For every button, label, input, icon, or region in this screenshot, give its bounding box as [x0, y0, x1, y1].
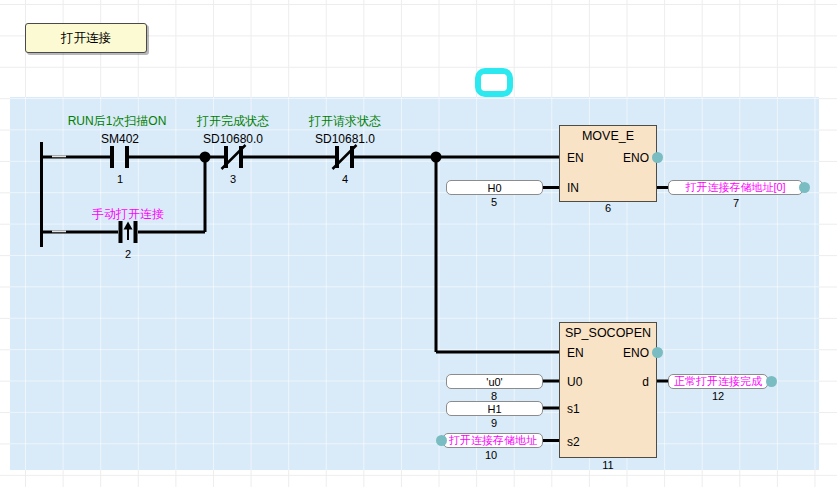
pin-s1: s1 — [567, 402, 580, 416]
pin-en: EN — [567, 346, 584, 360]
contact-comment: RUN后1次扫描ON — [68, 114, 167, 128]
pin-u0: U0 — [567, 375, 582, 389]
step-number: 10 — [485, 449, 497, 461]
operand-u0[interactable]: 'u0' — [446, 374, 543, 389]
pin-d: d — [642, 375, 649, 389]
step-number: 12 — [712, 390, 724, 402]
contact-device: SD10680.0 — [203, 132, 263, 146]
step-number: 1 — [117, 173, 123, 185]
function-block-sp-socopen[interactable]: SP_SOCOPEN EN ENO U0 d s1 s2 — [559, 322, 657, 458]
ladder-editor-canvas: 打开连接 — [0, 0, 837, 487]
step-number: 2 — [125, 248, 131, 260]
contact-sd10680-nc[interactable] — [222, 145, 246, 169]
contact-comment: 手动打开连接 — [92, 207, 164, 221]
block-title: MOVE_E — [560, 129, 656, 143]
operand-h0[interactable]: H0 — [446, 180, 543, 195]
step-number: 5 — [491, 196, 497, 208]
step-number: 7 — [733, 197, 739, 209]
operand-open-conn-store-addr[interactable]: 打开连接存储地址 — [443, 433, 543, 448]
edit-cursor[interactable] — [475, 68, 513, 97]
port-dot-eno-move-e[interactable] — [652, 152, 663, 163]
operand-h1[interactable]: H1 — [446, 401, 543, 416]
step-number: 6 — [605, 202, 611, 214]
step-number: 4 — [342, 173, 348, 185]
rung-title-box[interactable]: 打开连接 — [25, 23, 147, 53]
contact-comment: 打开完成状态 — [197, 114, 269, 128]
operand-open-conn-complete[interactable]: 正常打开连接完成 — [668, 374, 768, 389]
function-block-move-e[interactable]: MOVE_E EN ENO IN — [559, 125, 657, 202]
port-dot-output-store-addr[interactable] — [799, 182, 810, 193]
contact-comment: 打开请求状态 — [309, 114, 381, 128]
pin-en: EN — [567, 151, 584, 165]
contact-manual-open-pulse[interactable] — [121, 221, 136, 243]
step-number: 9 — [491, 417, 497, 429]
block-title: SP_SOCOPEN — [560, 326, 656, 340]
wire-segment-marks — [52, 156, 66, 231]
port-dot-eno-sp-socopen[interactable] — [652, 347, 663, 358]
contact-device: SD10681.0 — [315, 132, 375, 146]
operand-open-conn-store-addr-0[interactable]: 打开连接存储地址[0] — [668, 180, 803, 195]
port-dot-input-s2[interactable] — [436, 435, 447, 446]
pin-eno: ENO — [623, 346, 649, 360]
pin-eno: ENO — [623, 151, 649, 165]
contact-device: SM402 — [101, 132, 139, 146]
pin-in: IN — [567, 181, 579, 195]
step-number: 11 — [602, 459, 613, 471]
rung-title-label: 打开连接 — [61, 30, 111, 47]
ladder-wires-layer — [0, 0, 837, 487]
step-number: 3 — [230, 173, 236, 185]
contact-sm402[interactable] — [112, 146, 127, 168]
contact-sd10681-nc[interactable] — [333, 145, 357, 169]
pin-s2: s2 — [567, 435, 580, 449]
port-dot-output-d[interactable] — [766, 376, 777, 387]
